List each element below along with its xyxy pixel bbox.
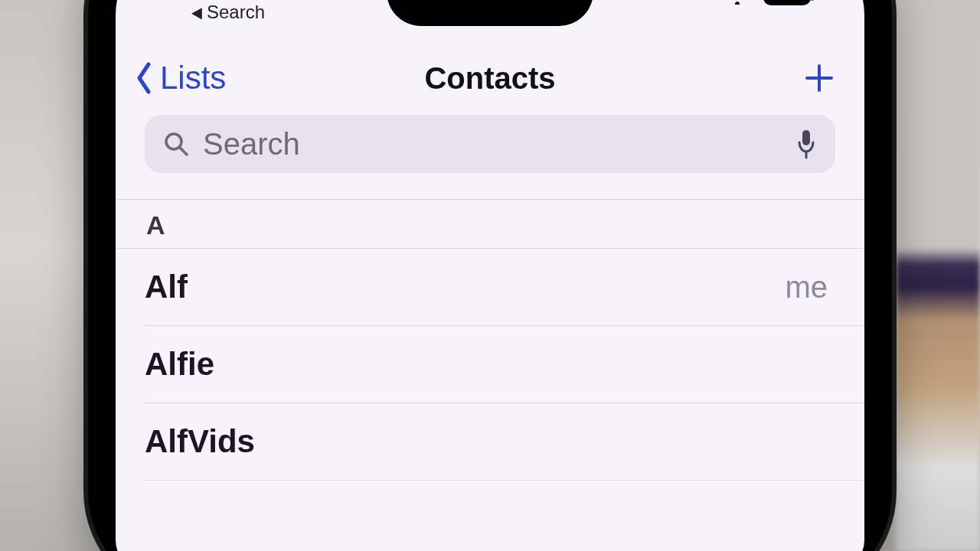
list-item[interactable]: AlfVids — [145, 403, 864, 481]
battery-indicator: 64 — [763, 0, 811, 5]
add-contact-button[interactable] — [800, 59, 838, 97]
svg-rect-4 — [802, 130, 810, 145]
microphone-icon[interactable] — [795, 129, 817, 159]
plus-icon — [804, 63, 835, 93]
contact-name: Alfie — [145, 346, 214, 383]
contacts-list[interactable]: A Alf me Alfie AlfVids — [116, 199, 864, 481]
search-icon — [163, 131, 189, 157]
page-title: Contacts — [424, 61, 555, 96]
phone-screen: 4:37 ◀ Search 64 — [116, 0, 864, 551]
list-item[interactable]: Alf me — [145, 249, 864, 326]
search-field[interactable] — [145, 115, 835, 173]
svg-line-3 — [180, 148, 187, 155]
dynamic-island — [387, 0, 593, 26]
chevron-left-icon — [132, 59, 155, 97]
status-right: 64 — [722, 0, 818, 5]
breadcrumb-back[interactable]: ◀ Search — [191, 2, 265, 23]
status-left: 4:37 ◀ Search — [162, 0, 265, 23]
phone-frame: 4:37 ◀ Search 64 — [88, 0, 892, 551]
phone-device: 4:37 ◀ Search 64 — [88, 0, 892, 551]
contact-name: Alf — [145, 269, 188, 305]
section-header: A — [116, 200, 864, 249]
wifi-icon — [722, 0, 753, 5]
breadcrumb-label: Search — [207, 2, 265, 23]
back-label: Lists — [160, 60, 226, 96]
battery-percent: 64 — [779, 0, 795, 2]
search-input[interactable] — [203, 127, 782, 161]
nav-bar: Lists Contacts — [116, 49, 864, 107]
contact-name: AlfVids — [145, 423, 255, 460]
breadcrumb-caret-icon: ◀ — [191, 5, 202, 20]
phone-inner-frame: 4:37 ◀ Search 64 — [105, 0, 875, 551]
contact-tag: me — [785, 270, 834, 305]
list-item[interactable]: Alfie — [145, 326, 864, 403]
back-button[interactable]: Lists — [132, 59, 226, 97]
